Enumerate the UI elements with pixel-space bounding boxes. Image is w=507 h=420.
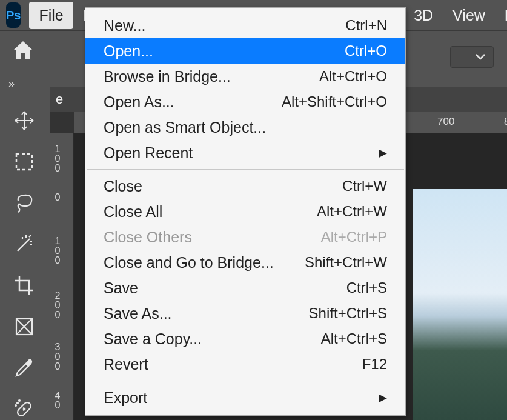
lasso-icon — [13, 192, 35, 214]
crop-icon — [14, 275, 35, 296]
menu-open-as[interactable]: Open As... Alt+Shift+Ctrl+O — [85, 89, 405, 115]
menu-label: Save As... — [104, 305, 172, 322]
eyedropper-icon — [14, 358, 35, 378]
tool-crop[interactable] — [9, 270, 39, 301]
svg-point-3 — [17, 402, 18, 404]
frame-icon — [15, 317, 34, 336]
app-logo[interactable]: Ps — [6, 2, 21, 28]
ruler-v-tick: 0 — [53, 193, 62, 202]
menu-label: Save a Copy... — [104, 330, 202, 348]
menu-open-recent[interactable]: Open Recent ▶ — [85, 140, 405, 165]
menu-shortcut: Alt+Shift+Ctrl+O — [282, 93, 387, 110]
menu-shortcut: Alt+Ctrl+P — [321, 228, 387, 245]
menu-plugins-truncated[interactable]: P — [495, 2, 507, 29]
menu-label: Export — [104, 389, 147, 407]
menu-label: Close All — [104, 203, 162, 221]
menu-shortcut: Ctrl+N — [345, 17, 387, 34]
svg-point-4 — [19, 400, 20, 401]
menu-label: Close — [104, 178, 142, 195]
options-dropdown[interactable] — [450, 46, 494, 68]
menu-close-others: Close Others Alt+Ctrl+P — [85, 224, 405, 250]
menu-shortcut: Ctrl+O — [345, 42, 387, 59]
submenu-arrow-icon: ▶ — [379, 146, 387, 159]
menu-revert[interactable]: Revert F12 — [85, 352, 405, 377]
menu-export[interactable]: Export ▶ — [85, 385, 405, 410]
menu-close-go-bridge[interactable]: Close and Go to Bridge... Shift+Ctrl+W — [85, 250, 405, 275]
menu-label: Open As... — [104, 93, 174, 111]
svg-rect-0 — [16, 154, 32, 170]
menu-separator — [87, 381, 404, 381]
heal-icon — [14, 399, 35, 419]
home-icon — [12, 40, 35, 61]
menu-separator — [87, 169, 404, 170]
tool-eyedropper[interactable] — [9, 353, 39, 383]
menu-file[interactable]: File — [29, 2, 73, 29]
tool-frame[interactable] — [9, 312, 39, 342]
wand-icon — [14, 234, 35, 255]
menu-shortcut: Alt+Ctrl+O — [319, 68, 387, 85]
submenu-arrow-icon: ▶ — [379, 391, 387, 404]
menu-close[interactable]: Close Ctrl+W — [85, 173, 405, 199]
menu-shortcut: Ctrl+W — [342, 178, 387, 195]
menu-label: Close Others — [104, 228, 192, 246]
menu-3d[interactable]: 3D — [404, 2, 443, 29]
menu-label: Close and Go to Bridge... — [104, 254, 274, 272]
ruler-v-tick: 300 — [53, 342, 62, 372]
canvas-image — [413, 189, 507, 420]
ruler-vertical[interactable]: 100 0 100 200 300 40 — [50, 133, 74, 420]
menu-save[interactable]: Save Ctrl+S — [85, 275, 405, 301]
toolbar: » — [0, 73, 48, 420]
ruler-h-tick: 700 — [437, 116, 454, 128]
options-dropdown-container — [450, 46, 494, 68]
ruler-v-tick: 100 — [53, 236, 62, 265]
chevron-down-icon — [475, 53, 486, 61]
tool-move[interactable] — [9, 105, 39, 136]
ruler-h-tick: 80 — [504, 116, 507, 128]
home-button[interactable] — [7, 36, 39, 64]
menu-close-all[interactable]: Close All Alt+Ctrl+W — [85, 199, 405, 224]
tool-wand[interactable] — [9, 229, 39, 259]
svg-point-5 — [15, 405, 16, 406]
menu-label: Browse in Bridge... — [104, 68, 231, 85]
menu-label: Revert — [104, 356, 148, 373]
toolbar-expand[interactable]: » — [0, 78, 15, 95]
tool-marquee[interactable] — [9, 147, 39, 177]
menu-open[interactable]: Open... Ctrl+O — [85, 38, 405, 64]
menu-view[interactable]: View — [443, 2, 495, 29]
menu-label: Open Recent — [104, 144, 193, 162]
tool-heal[interactable] — [9, 394, 39, 420]
move-icon — [13, 110, 35, 132]
tool-lasso[interactable] — [9, 188, 39, 218]
ruler-v-tick: 100 — [53, 144, 62, 173]
menu-browse-bridge[interactable]: Browse in Bridge... Alt+Ctrl+O — [85, 64, 405, 89]
menu-label: Open... — [104, 42, 153, 60]
menu-label: New... — [104, 17, 145, 35]
menu-shortcut: Alt+Ctrl+W — [317, 203, 387, 220]
menu-save-as[interactable]: Save As... Shift+Ctrl+S — [85, 301, 405, 326]
file-dropdown: New... Ctrl+N Open... Ctrl+O Browse in B… — [85, 7, 406, 416]
menu-shortcut: Shift+Ctrl+S — [309, 305, 387, 322]
ruler-v-tick: 200 — [53, 291, 62, 320]
marquee-icon — [15, 152, 34, 172]
menu-label: Open as Smart Object... — [104, 119, 266, 136]
menu-label: Save — [104, 279, 138, 297]
menu-shortcut: Ctrl+S — [346, 279, 387, 296]
app-logo-text: Ps — [6, 8, 21, 22]
menu-save-copy[interactable]: Save a Copy... Alt+Ctrl+S — [85, 326, 405, 352]
menu-open-smart-object[interactable]: Open as Smart Object... — [85, 115, 405, 140]
document-tab-label: e — [56, 92, 63, 107]
menu-new[interactable]: New... Ctrl+N — [85, 13, 405, 38]
menu-shortcut: F12 — [362, 356, 387, 373]
ruler-v-tick: 40 — [53, 391, 62, 410]
menu-shortcut: Alt+Ctrl+S — [321, 330, 387, 347]
menu-shortcut: Shift+Ctrl+W — [305, 254, 387, 271]
